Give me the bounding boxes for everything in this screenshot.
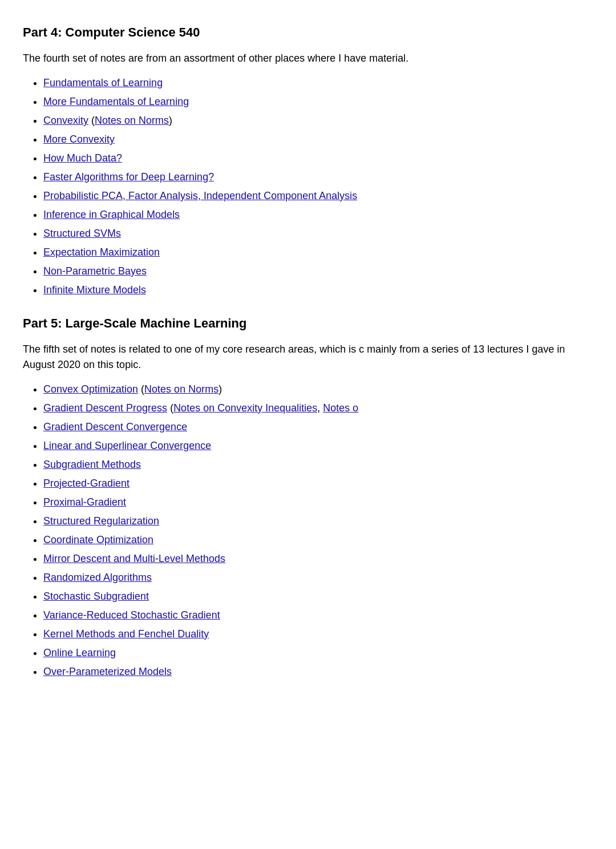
stochastic-subgradient-link[interactable]: Stochastic Subgradient — [43, 591, 149, 602]
list-item: Gradient Descent Convergence — [43, 419, 593, 435]
coordinate-optimization-link[interactable]: Coordinate Optimization — [43, 534, 153, 545]
list-item: More Convexity — [43, 132, 593, 147]
convex-optimization-link[interactable]: Convex Optimization — [43, 383, 138, 395]
more-convexity-link[interactable]: More Convexity — [43, 134, 115, 145]
part5-list: Convex Optimization (Notes on Norms) Gra… — [43, 382, 593, 680]
fundamentals-of-learning-link[interactable]: Fundamentals of Learning — [43, 77, 163, 88]
proximal-gradient-link[interactable]: Proximal-Gradient — [43, 496, 126, 508]
faster-algorithms-link[interactable]: Faster Algorithms for Deep Learning? — [43, 171, 214, 183]
list-item: Randomized Algorithms — [43, 570, 593, 585]
gradient-descent-progress-link[interactable]: Gradient Descent Progress — [43, 402, 167, 414]
infinite-mixture-models-link[interactable]: Infinite Mixture Models — [43, 284, 146, 296]
list-item: Faster Algorithms for Deep Learning? — [43, 169, 593, 185]
how-much-data-link[interactable]: How Much Data? — [43, 152, 122, 164]
list-item: Proximal-Gradient — [43, 495, 593, 510]
notes-on-norms-link-p4[interactable]: Notes on Norms — [95, 115, 169, 126]
list-item: Mirror Descent and Multi-Level Methods — [43, 551, 593, 567]
list-item: Expectation Maximization — [43, 245, 593, 260]
list-item: More Fundamentals of Learning — [43, 94, 593, 110]
notes-on-norms-link-p5[interactable]: Notes on Norms — [144, 383, 218, 395]
list-item: How Much Data? — [43, 151, 593, 166]
randomized-algorithms-link[interactable]: Randomized Algorithms — [43, 572, 152, 583]
over-parameterized-link[interactable]: Over-Parameterized Models — [43, 666, 172, 677]
mirror-descent-link[interactable]: Mirror Descent and Multi-Level Methods — [43, 553, 225, 564]
list-item: Fundamentals of Learning — [43, 75, 593, 91]
probabilistic-pca-link[interactable]: Probabilistic PCA, Factor Analysis, Inde… — [43, 190, 357, 201]
part5-section: Part 5: Large-Scale Machine Learning The… — [23, 314, 593, 680]
list-item: Stochastic Subgradient — [43, 589, 593, 604]
list-item: Subgradient Methods — [43, 457, 593, 472]
part4-list: Fundamentals of Learning More Fundamenta… — [43, 75, 593, 298]
list-item: Over-Parameterized Models — [43, 664, 593, 680]
list-item: Online Learning — [43, 645, 593, 661]
list-item: Non-Parametric Bayes — [43, 264, 593, 279]
list-item: Structured SVMs — [43, 226, 593, 241]
non-parametric-bayes-link[interactable]: Non-Parametric Bayes — [43, 265, 147, 277]
list-item: Linear and Superlinear Convergence — [43, 438, 593, 454]
paren-close-1: ) — [218, 383, 222, 395]
list-item: Projected-Gradient — [43, 476, 593, 491]
list-item: Inference in Graphical Models — [43, 207, 593, 223]
part4-description: The fourth set of notes are from an asso… — [23, 51, 593, 66]
list-item: Probabilistic PCA, Factor Analysis, Inde… — [43, 188, 593, 204]
notes-paren-close: ) — [169, 115, 172, 126]
structured-svms-link[interactable]: Structured SVMs — [43, 228, 121, 239]
linear-superlinear-link[interactable]: Linear and Superlinear Convergence — [43, 440, 211, 451]
list-item: Kernel Methods and Fenchel Duality — [43, 626, 593, 642]
list-item: Infinite Mixture Models — [43, 282, 593, 298]
convexity-link[interactable]: Convexity — [43, 115, 88, 126]
subgradient-methods-link[interactable]: Subgradient Methods — [43, 459, 141, 470]
list-item: Gradient Descent Progress (Notes on Conv… — [43, 401, 593, 416]
list-item: Variance-Reduced Stochastic Gradient — [43, 608, 593, 623]
part5-description: The fifth set of notes is related to one… — [23, 342, 593, 373]
inference-graphical-link[interactable]: Inference in Graphical Models — [43, 209, 180, 220]
list-item: Convex Optimization (Notes on Norms) — [43, 382, 593, 397]
list-item: Convexity (Notes on Norms) — [43, 113, 593, 128]
gradient-descent-convergence-link[interactable]: Gradient Descent Convergence — [43, 421, 187, 432]
part4-section: Part 4: Computer Science 540 The fourth … — [23, 23, 593, 298]
list-item: Coordinate Optimization — [43, 532, 593, 548]
structured-regularization-link[interactable]: Structured Regularization — [43, 515, 159, 527]
variance-reduced-link[interactable]: Variance-Reduced Stochastic Gradient — [43, 609, 220, 621]
online-learning-link[interactable]: Online Learning — [43, 647, 116, 658]
more-fundamentals-link[interactable]: More Fundamentals of Learning — [43, 96, 189, 107]
projected-gradient-link[interactable]: Projected-Gradient — [43, 478, 129, 489]
part4-heading: Part 4: Computer Science 540 — [23, 23, 593, 42]
part5-heading: Part 5: Large-Scale Machine Learning — [23, 314, 593, 333]
kernel-methods-link[interactable]: Kernel Methods and Fenchel Duality — [43, 628, 209, 640]
expectation-maximization-link[interactable]: Expectation Maximization — [43, 246, 160, 258]
notes-convexity-inequalities-link[interactable]: Notes on Convexity Inequalities — [173, 402, 317, 414]
comma-sep: , — [317, 402, 323, 414]
list-item: Structured Regularization — [43, 514, 593, 529]
notes-o-link[interactable]: Notes o — [323, 402, 358, 414]
